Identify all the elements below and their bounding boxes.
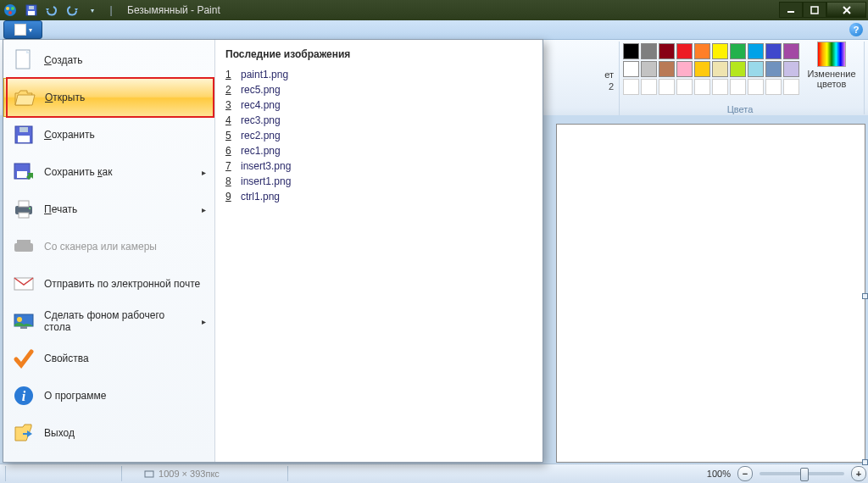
zoom-in-button[interactable]: + bbox=[851, 466, 866, 481]
color-swatch[interactable] bbox=[748, 61, 764, 77]
close-button[interactable] bbox=[826, 2, 866, 18]
color-swatch[interactable] bbox=[712, 43, 728, 59]
menu-item-printer[interactable]: Печать▸ bbox=[3, 191, 214, 228]
svg-rect-19 bbox=[19, 213, 29, 218]
recent-file-item[interactable]: 6rec1.png bbox=[225, 143, 532, 158]
file-menu-button[interactable]: ▾ bbox=[3, 20, 42, 39]
color-swatch[interactable] bbox=[659, 79, 675, 95]
resize-handle-se[interactable] bbox=[862, 459, 868, 465]
maximize-button[interactable] bbox=[803, 2, 826, 18]
color-swatch[interactable] bbox=[676, 79, 693, 95]
partial-label: ет bbox=[604, 69, 614, 80]
submenu-arrow-icon: ▸ bbox=[202, 205, 206, 214]
menu-item-desktop[interactable]: Сделать фоном рабочего стола▸ bbox=[3, 303, 214, 340]
svg-point-20 bbox=[29, 208, 31, 209]
svg-rect-13 bbox=[18, 136, 30, 142]
color-swatch[interactable] bbox=[783, 61, 799, 77]
recent-file-name: paint1.png bbox=[241, 69, 288, 80]
color-swatch[interactable] bbox=[676, 61, 693, 77]
dimensions-label: 1009 × 393пкс bbox=[144, 469, 220, 479]
scanner-icon bbox=[12, 235, 36, 258]
color-swatch[interactable] bbox=[676, 43, 693, 59]
recent-file-name: rec3.png bbox=[241, 114, 281, 126]
edit-colors-button[interactable]: Изменение цветов bbox=[806, 42, 857, 89]
zoom-slider-thumb[interactable] bbox=[800, 468, 809, 481]
menu-item-open-folder[interactable]: Открыть bbox=[3, 78, 214, 117]
recent-file-item[interactable]: 2rec5.png bbox=[225, 82, 532, 97]
qat-customize-icon[interactable]: ▾ bbox=[83, 2, 102, 19]
desktop-icon bbox=[12, 309, 36, 333]
menu-item-label: Сделать фоном рабочего стола bbox=[44, 309, 193, 333]
recent-file-name: rec4.png bbox=[241, 99, 281, 111]
printer-icon bbox=[12, 197, 36, 221]
color-swatch[interactable] bbox=[694, 61, 710, 77]
color-swatch[interactable] bbox=[659, 61, 675, 77]
color-swatch[interactable] bbox=[641, 61, 657, 77]
color-swatch[interactable] bbox=[783, 43, 799, 59]
minimize-button[interactable] bbox=[779, 2, 803, 18]
recent-file-name: rec1.png bbox=[241, 145, 281, 157]
color-swatch[interactable] bbox=[765, 43, 782, 59]
menu-item-check[interactable]: Свойства bbox=[3, 340, 214, 377]
recent-file-item[interactable]: 3rec4.png bbox=[225, 97, 532, 113]
recent-file-item[interactable]: 5rec2.png bbox=[225, 128, 532, 143]
color-swatch[interactable] bbox=[748, 79, 764, 95]
color-swatch[interactable] bbox=[694, 43, 710, 59]
color-swatch[interactable] bbox=[659, 43, 675, 59]
menu-item-blank-page[interactable]: Создать bbox=[3, 42, 214, 79]
recent-file-name: insert3.png bbox=[241, 160, 291, 172]
undo-icon[interactable] bbox=[42, 2, 61, 19]
svg-rect-18 bbox=[19, 201, 29, 207]
window-controls bbox=[779, 2, 866, 18]
zoom-label: 100% bbox=[707, 469, 731, 479]
exit-icon bbox=[12, 421, 36, 445]
recent-file-item[interactable]: 1paint1.png bbox=[225, 67, 532, 82]
color-swatch[interactable] bbox=[730, 79, 746, 95]
recent-file-name: rec5.png bbox=[241, 84, 281, 96]
menu-item-mail[interactable]: Отправить по электронной почте bbox=[3, 265, 214, 303]
recent-file-item[interactable]: 7insert3.png bbox=[225, 158, 532, 174]
menu-item-exit[interactable]: Выход bbox=[3, 414, 214, 452]
menu-item-floppy-as[interactable]: Сохранить как▸ bbox=[3, 153, 214, 191]
color-swatch[interactable] bbox=[712, 61, 728, 77]
menu-item-scanner: Со сканера или камеры bbox=[3, 228, 214, 265]
color-swatch[interactable] bbox=[730, 43, 746, 59]
color-swatch[interactable] bbox=[641, 79, 657, 95]
color-swatch[interactable] bbox=[623, 61, 639, 77]
color-swatch[interactable] bbox=[765, 61, 782, 77]
resize-handle-e[interactable] bbox=[862, 293, 868, 299]
app-icon bbox=[3, 3, 17, 17]
menu-item-info[interactable]: iО программе bbox=[3, 377, 214, 414]
blank-page-icon bbox=[12, 48, 36, 72]
color-swatch[interactable] bbox=[623, 43, 639, 59]
zoom-out-button[interactable]: − bbox=[737, 466, 753, 481]
color-swatch[interactable] bbox=[783, 79, 799, 95]
floppy-as-icon bbox=[12, 160, 36, 184]
color-swatch[interactable] bbox=[712, 79, 728, 95]
color-swatch[interactable] bbox=[748, 43, 764, 59]
zoom-slider[interactable] bbox=[760, 472, 844, 475]
color-swatch[interactable] bbox=[694, 79, 710, 95]
help-button[interactable]: ? bbox=[849, 23, 863, 36]
recent-file-item[interactable]: 4rec3.png bbox=[225, 113, 532, 128]
recent-file-item[interactable]: 8insert1.png bbox=[225, 174, 532, 189]
menu-item-label: Сохранить bbox=[44, 129, 95, 141]
svg-point-26 bbox=[17, 317, 22, 322]
canvas[interactable] bbox=[556, 124, 865, 463]
color-swatch[interactable] bbox=[730, 61, 746, 77]
svg-rect-29 bbox=[145, 471, 153, 477]
color-swatch[interactable] bbox=[623, 79, 639, 95]
redo-icon[interactable] bbox=[63, 2, 81, 19]
rainbow-icon bbox=[817, 42, 846, 67]
menu-item-label: Сохранить как bbox=[44, 166, 112, 178]
recent-file-item[interactable]: 9ctrl1.png bbox=[225, 189, 532, 204]
status-bar: 1009 × 393пкс 100% − + bbox=[0, 464, 868, 483]
color-swatch[interactable] bbox=[641, 43, 657, 59]
recent-file-name: rec2.png bbox=[241, 130, 281, 142]
color-swatch[interactable] bbox=[765, 79, 782, 95]
svg-rect-14 bbox=[19, 127, 28, 132]
partial-label: 2 bbox=[609, 81, 614, 92]
selection-highlight bbox=[6, 77, 214, 118]
menu-item-floppy[interactable]: Сохранить bbox=[3, 116, 214, 153]
save-icon[interactable] bbox=[22, 2, 41, 19]
